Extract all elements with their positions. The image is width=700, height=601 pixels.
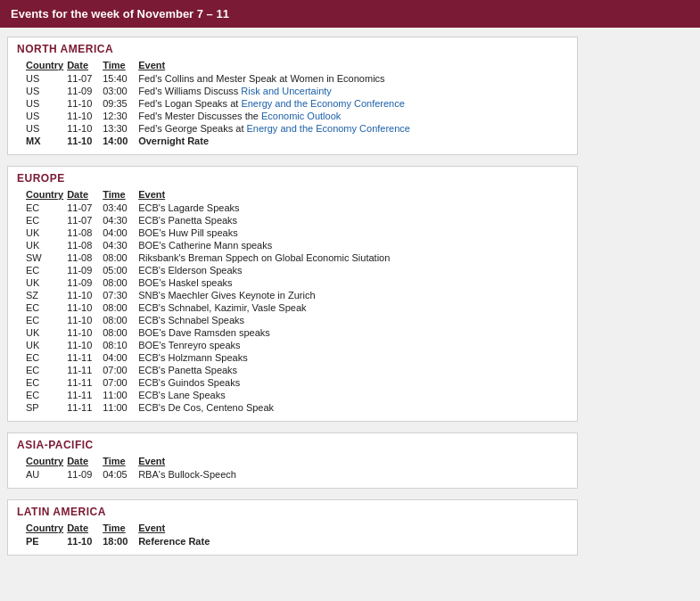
cell-time: 08:00 [103, 301, 138, 314]
cell-time: 09:35 [103, 97, 138, 110]
cell-time: 07:00 [103, 376, 138, 389]
col-header-date: Date [67, 522, 103, 535]
col-header-event: Event [138, 188, 559, 202]
cell-event: Fed's Collins and Mester Speak at Women … [138, 72, 559, 85]
table-row: EC11-1104:00ECB's Holzmann Speaks [26, 351, 559, 364]
table-row: EC11-1107:00ECB's Panetta Speaks [26, 364, 559, 376]
cell-event: Reference Rate [138, 535, 559, 547]
col-header-country: Country [26, 59, 67, 72]
cell-event: ECB's De Cos, Centeno Speak [138, 401, 559, 414]
table-row: SP11-1111:00ECB's De Cos, Centeno Speak [26, 401, 559, 414]
cell-date: 11-10 [67, 289, 103, 301]
cell-event: BOE's Dave Ramsden speaks [138, 326, 559, 339]
cell-date: 11-07 [67, 202, 103, 214]
table-row: EC11-0905:00ECB's Elderson Speaks [26, 264, 559, 276]
cell-event: ECB's Panetta Speaks [138, 214, 559, 226]
cell-time: 04:30 [103, 239, 138, 251]
region-title-north-america: NORTH AMERICA [8, 37, 577, 59]
cell-country: SZ [26, 289, 67, 301]
cell-date: 11-10 [67, 301, 103, 314]
region-asia-pacific: ASIA-PACIFICCountryDateTimeEventAU11-090… [7, 432, 578, 489]
cell-event: Fed's Logan Speaks at Energy and the Eco… [138, 97, 559, 110]
cell-date: 11-08 [67, 251, 103, 264]
cell-time: 11:00 [103, 389, 138, 401]
cell-event: ECB's Schnabel Speaks [138, 314, 559, 326]
table-row: AU11-0904:05RBA's Bullock-Speech [26, 468, 559, 481]
cell-country: US [26, 122, 67, 135]
cell-time: 18:00 [103, 535, 138, 547]
cell-date: 11-10 [67, 135, 103, 147]
cell-event: BOE's Catherine Mann speaks [138, 239, 559, 251]
cell-country: SW [26, 251, 67, 264]
cell-date: 11-10 [67, 97, 103, 110]
cell-time: 13:30 [103, 122, 138, 135]
region-europe: EUROPECountryDateTimeEventEC11-0703:40EC… [7, 166, 578, 422]
col-header-event: Event [138, 522, 559, 535]
cell-event: Fed's George Speaks at Energy and the Ec… [138, 122, 559, 135]
cell-time: 04:05 [103, 468, 138, 481]
cell-event: ECB's Lagarde Speaks [138, 202, 559, 214]
cell-time: 07:00 [103, 364, 138, 376]
table-row: UK11-0804:00BOE's Huw Pill speaks [26, 226, 559, 239]
cell-date: 11-10 [67, 314, 103, 326]
page-wrapper: Events for the week of November 7 – 11 N… [0, 0, 700, 575]
cell-event: ECB's Elderson Speaks [138, 264, 559, 276]
table-row: US11-1013:30Fed's George Speaks at Energ… [26, 122, 559, 135]
cell-country: AU [26, 468, 67, 481]
cell-country: EC [26, 314, 67, 326]
cell-time: 11:00 [103, 401, 138, 414]
cell-country: EC [26, 376, 67, 389]
cell-country: US [26, 85, 67, 97]
cell-date: 11-09 [67, 468, 103, 481]
cell-country: UK [26, 326, 67, 339]
cell-country: UK [26, 276, 67, 289]
cell-date: 11-07 [67, 72, 103, 85]
col-header-date: Date [67, 188, 103, 202]
table-row: SZ11-1007:30SNB's Maechler Gives Keynote… [26, 289, 559, 301]
table-row: SW11-0808:00Riksbank's Breman Sppech on … [26, 251, 559, 264]
cell-country: EC [26, 202, 67, 214]
col-header-time: Time [103, 455, 138, 468]
table-row: EC11-1111:00ECB's Lane Speaks [26, 389, 559, 401]
table-row: US11-1009:35Fed's Logan Speaks at Energy… [26, 97, 559, 110]
table-row: US11-0903:00Fed's Williams Discuss Risk … [26, 85, 559, 97]
cell-country: EC [26, 301, 67, 314]
table-row: EC11-1008:00ECB's Schnabel Speaks [26, 314, 559, 326]
cell-date: 11-11 [67, 351, 103, 364]
col-header-country: Country [26, 188, 67, 202]
cell-country: EC [26, 364, 67, 376]
cell-event: ECB's Schnabel, Kazimir, Vasle Speak [138, 301, 559, 314]
cell-country: EC [26, 389, 67, 401]
cell-event: Fed's Mester Discusses the Economic Outl… [138, 110, 559, 122]
cell-date: 11-09 [67, 264, 103, 276]
cell-event: BOE's Huw Pill speaks [138, 226, 559, 239]
cell-date: 11-10 [67, 339, 103, 351]
cell-time: 03:40 [103, 202, 138, 214]
cell-event: ECB's Holzmann Speaks [138, 351, 559, 364]
cell-country: US [26, 97, 67, 110]
cell-date: 11-11 [67, 389, 103, 401]
cell-date: 11-09 [67, 276, 103, 289]
col-header-date: Date [67, 59, 103, 72]
header-title: Events for the week of November 7 – 11 [11, 7, 229, 21]
cell-date: 11-07 [67, 214, 103, 226]
cell-time: 15:40 [103, 72, 138, 85]
header-bar: Events for the week of November 7 – 11 [0, 0, 700, 28]
cell-country: UK [26, 226, 67, 239]
cell-time: 04:30 [103, 214, 138, 226]
region-title-latin-america: LATIN AMERICA [8, 500, 577, 522]
col-header-event: Event [138, 59, 559, 72]
region-title-europe: EUROPE [8, 167, 577, 188]
cell-date: 11-10 [67, 535, 103, 547]
cell-event: ECB's Panetta Speaks [138, 364, 559, 376]
table-row: US11-0715:40Fed's Collins and Mester Spe… [26, 72, 559, 85]
cell-country: UK [26, 339, 67, 351]
cell-date: 11-11 [67, 401, 103, 414]
cell-event: ECB's Lane Speaks [138, 389, 559, 401]
col-header-date: Date [67, 455, 103, 468]
cell-time: 04:00 [103, 351, 138, 364]
cell-country: UK [26, 239, 67, 251]
region-latin-america: LATIN AMERICACountryDateTimeEventPE11-10… [7, 499, 578, 556]
table-row: US11-1012:30Fed's Mester Discusses the E… [26, 110, 559, 122]
col-header-country: Country [26, 455, 67, 468]
